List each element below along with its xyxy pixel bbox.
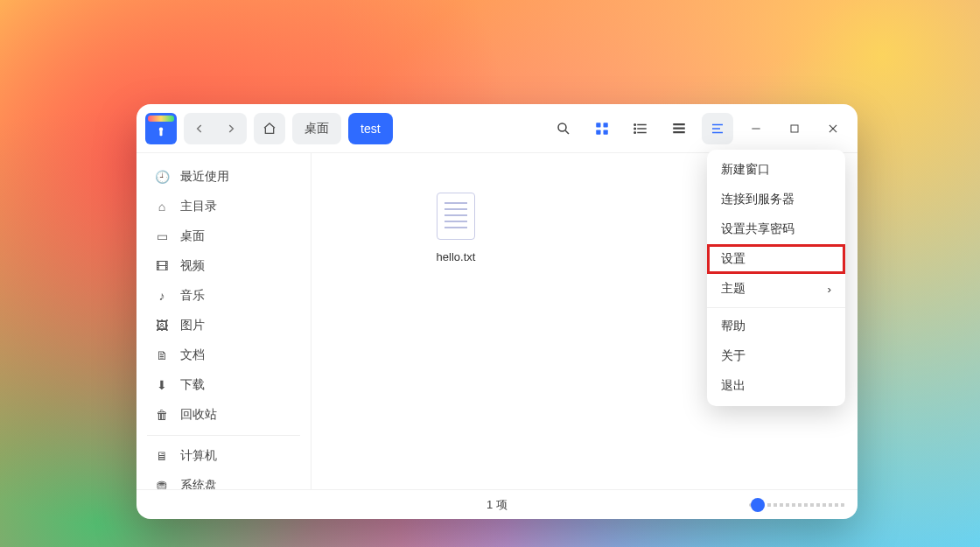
sidebar-item-pictures[interactable]: 🖼图片 bbox=[136, 311, 311, 340]
minimize-button[interactable] bbox=[740, 113, 772, 144]
view-grid-button[interactable] bbox=[586, 113, 618, 144]
zoom-thumb[interactable] bbox=[751, 498, 765, 512]
menu-share-password[interactable]: 设置共享密码 bbox=[707, 214, 845, 244]
sidebar-item-label: 系统盘 bbox=[180, 478, 217, 489]
desktop-icon: ▭ bbox=[154, 229, 170, 243]
svg-rect-7 bbox=[604, 130, 608, 134]
menu-settings[interactable]: 设置 bbox=[707, 244, 845, 274]
sidebar-item-label: 计算机 bbox=[180, 448, 217, 464]
sidebar-item-system-disk[interactable]: ⛃系统盘 bbox=[136, 471, 311, 489]
desktop-wallpaper: 桌面 test bbox=[0, 0, 980, 547]
hamburger-menu: 新建窗口 连接到服务器 设置共享密码 设置 主题› 帮助 关于 退出 bbox=[707, 150, 845, 406]
sidebar-item-label: 最近使用 bbox=[180, 169, 229, 185]
back-button[interactable] bbox=[184, 113, 215, 144]
menu-separator bbox=[707, 307, 845, 308]
sidebar-item-home[interactable]: ⌂主目录 bbox=[136, 192, 311, 221]
sidebar-item-label: 主目录 bbox=[180, 199, 217, 214]
status-bar: 1 项 bbox=[136, 489, 858, 519]
svg-point-13 bbox=[634, 131, 636, 133]
image-icon: 🖼 bbox=[154, 319, 170, 333]
maximize-button[interactable] bbox=[779, 113, 810, 144]
sidebar-item-label: 视频 bbox=[180, 258, 205, 274]
sidebar-item-music[interactable]: ♪音乐 bbox=[136, 281, 311, 311]
menu-new-window[interactable]: 新建窗口 bbox=[707, 155, 845, 185]
hamburger-menu-button[interactable] bbox=[702, 113, 733, 144]
sidebar-item-label: 下载 bbox=[180, 377, 205, 393]
svg-rect-15 bbox=[673, 127, 685, 129]
forward-button[interactable] bbox=[215, 113, 247, 144]
sidebar-item-downloads[interactable]: ⬇下载 bbox=[136, 370, 311, 400]
disk-icon: ⛃ bbox=[154, 479, 170, 489]
svg-rect-14 bbox=[673, 123, 685, 125]
sidebar-item-label: 音乐 bbox=[180, 288, 205, 304]
svg-point-11 bbox=[634, 123, 636, 125]
menu-connect-server[interactable]: 连接到服务器 bbox=[707, 185, 845, 214]
sidebar-item-documents[interactable]: 🗎文档 bbox=[136, 340, 311, 370]
svg-rect-4 bbox=[596, 123, 600, 127]
document-icon: 🗎 bbox=[154, 348, 170, 362]
computer-icon: 🖥 bbox=[154, 449, 170, 463]
home-button[interactable] bbox=[254, 113, 285, 144]
svg-rect-6 bbox=[596, 130, 600, 134]
sidebar-item-label: 文档 bbox=[180, 347, 205, 363]
download-icon: ⬇ bbox=[154, 378, 170, 392]
svg-point-12 bbox=[634, 128, 636, 130]
music-icon: ♪ bbox=[154, 289, 170, 303]
svg-line-3 bbox=[565, 130, 569, 134]
menu-quit[interactable]: 退出 bbox=[707, 371, 845, 401]
chevron-right-icon: › bbox=[828, 283, 832, 296]
sidebar-item-desktop[interactable]: ▭桌面 bbox=[136, 221, 311, 251]
toolbar: 桌面 test bbox=[136, 104, 858, 153]
text-file-icon bbox=[437, 193, 475, 240]
sidebar: 🕘最近使用 ⌂主目录 ▭桌面 🎞视频 ♪音乐 🖼图片 🗎文档 ⬇下载 🗑回收站 … bbox=[136, 153, 312, 489]
app-logo bbox=[145, 113, 177, 144]
home-icon: ⌂ bbox=[154, 200, 170, 214]
svg-rect-16 bbox=[673, 131, 685, 133]
sidebar-item-trash[interactable]: 🗑回收站 bbox=[136, 400, 311, 430]
sidebar-item-label: 回收站 bbox=[180, 407, 217, 423]
zoom-slider[interactable] bbox=[749, 503, 845, 507]
view-list-button[interactable] bbox=[625, 113, 656, 144]
file-manager-window: 桌面 test bbox=[136, 104, 858, 519]
breadcrumb-current[interactable]: test bbox=[348, 113, 393, 144]
file-name: hello.txt bbox=[437, 250, 476, 263]
close-button[interactable] bbox=[817, 113, 849, 144]
breadcrumb-parent[interactable]: 桌面 bbox=[292, 113, 341, 144]
sidebar-item-computer[interactable]: 🖥计算机 bbox=[136, 441, 311, 471]
menu-about[interactable]: 关于 bbox=[707, 341, 845, 371]
svg-rect-5 bbox=[604, 123, 608, 127]
sidebar-item-label: 桌面 bbox=[180, 228, 205, 244]
sidebar-item-label: 图片 bbox=[180, 318, 205, 333]
sidebar-item-video[interactable]: 🎞视频 bbox=[136, 251, 311, 281]
video-icon: 🎞 bbox=[154, 259, 170, 273]
menu-help[interactable]: 帮助 bbox=[707, 312, 845, 341]
svg-point-2 bbox=[558, 123, 566, 131]
item-count: 1 项 bbox=[486, 497, 508, 513]
trash-icon: 🗑 bbox=[154, 408, 170, 422]
clock-icon: 🕘 bbox=[154, 170, 170, 184]
sidebar-separator bbox=[147, 435, 300, 436]
search-button[interactable] bbox=[548, 113, 579, 144]
sidebar-item-recent[interactable]: 🕘最近使用 bbox=[136, 162, 311, 192]
nav-buttons bbox=[184, 113, 247, 144]
file-tile[interactable]: hello.txt bbox=[399, 171, 513, 284]
view-detail-button[interactable] bbox=[663, 113, 695, 144]
svg-rect-1 bbox=[160, 130, 163, 136]
svg-rect-21 bbox=[791, 125, 798, 132]
menu-theme[interactable]: 主题› bbox=[707, 274, 845, 304]
